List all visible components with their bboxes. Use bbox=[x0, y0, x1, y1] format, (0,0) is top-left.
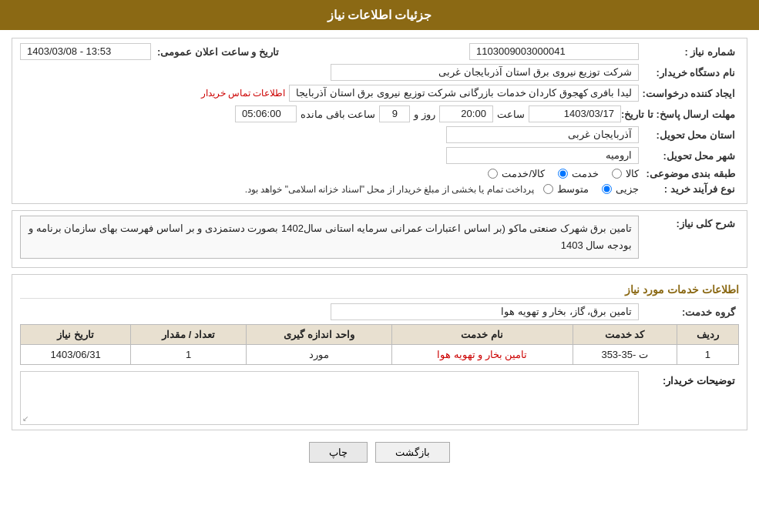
city-label: شهر محل تحویل: bbox=[639, 150, 739, 162]
category-kala-label: کالا bbox=[626, 168, 639, 179]
send-remaining-value: 05:06:00 bbox=[235, 105, 297, 122]
page-wrapper: جزئیات اطلاعات نیاز شماره نیاز : 1103009… bbox=[0, 0, 759, 532]
table-row: 1 ت -35-353 تامین بخار و تهویه هوا مورد … bbox=[21, 345, 739, 365]
items-table-body: 1 ت -35-353 تامین بخار و تهویه هوا مورد … bbox=[21, 345, 739, 365]
purchase-jozi-radio[interactable] bbox=[602, 184, 612, 194]
creator-value: لیدا بافری کهجوق کاردان خدمات بازرگانی ش… bbox=[289, 85, 639, 102]
col-header-date: تاریخ نیاز bbox=[21, 325, 131, 345]
service-group-label: گروه خدمت: bbox=[639, 306, 739, 318]
buttons-row: بازگشت چاپ bbox=[12, 442, 747, 463]
public-date-value: 1403/03/08 - 13:53 bbox=[20, 43, 151, 60]
cell-code: ت -35-353 bbox=[573, 345, 677, 365]
row-city: شهر محل تحویل: ارومیه bbox=[20, 147, 739, 164]
items-table: ردیف کد خدمت نام خدمت واحد اندازه گیری ت… bbox=[20, 324, 739, 365]
purchase-jozi-label: جزیی bbox=[616, 183, 639, 195]
public-date-label: تاریخ و ساعت اعلان عمومی: bbox=[157, 46, 283, 58]
row-category: طبقه بندی موضوعی: کالا خدمت کالا/خدمت bbox=[20, 168, 739, 179]
contact-link[interactable]: اطلاعات تماس خریدار bbox=[201, 88, 286, 99]
col-header-code: کد خدمت bbox=[573, 325, 677, 345]
row-description: شرح کلی نیاز: تامین برق شهرک صنعتی ماکو … bbox=[20, 216, 739, 259]
col-header-name: نام خدمت bbox=[391, 325, 573, 345]
description-section: شرح کلی نیاز: تامین برق شهرک صنعتی ماکو … bbox=[12, 210, 747, 268]
purchase-jozi: جزیی bbox=[600, 183, 639, 195]
page-title: جزئیات اطلاعات نیاز bbox=[327, 8, 432, 22]
row-buyer-org: نام دستگاه خریدار: شرکت توزیع نیروی برق … bbox=[20, 64, 739, 81]
province-label: استان محل تحویل: bbox=[639, 129, 739, 141]
need-number-value: 1103009003000041 bbox=[469, 43, 639, 60]
buyer-notes-label: توضیحات خریدار: bbox=[639, 371, 739, 386]
purchase-motavasset: متوسط bbox=[542, 183, 589, 195]
category-kala: کالا bbox=[610, 168, 639, 179]
send-time-value: 20:00 bbox=[439, 105, 493, 122]
category-kala-radio[interactable] bbox=[612, 169, 622, 179]
buyer-notes-section: توضیحات خریدار: ↙ bbox=[20, 371, 739, 425]
purchase-motavasset-label: متوسط bbox=[557, 183, 589, 195]
service-info-section: اطلاعات خدمات مورد نیاز گروه خدمت: تامین… bbox=[12, 274, 747, 430]
category-khedmat-radio[interactable] bbox=[558, 169, 568, 179]
send-remaining-label: ساعت باقی مانده bbox=[301, 109, 375, 120]
purchase-type-radio-group: جزیی متوسط bbox=[542, 183, 639, 195]
cell-quantity: 1 bbox=[131, 345, 247, 365]
row-creator: ایجاد کننده درخواست: لیدا بافری کهجوق کا… bbox=[20, 85, 739, 102]
category-khedmat: خدمت bbox=[556, 168, 599, 179]
province-value: آذربایجان غربی bbox=[446, 126, 639, 143]
category-label: طبقه بندی موضوعی: bbox=[639, 168, 739, 179]
main-content: شماره نیاز : 1103009003000041 تاریخ و سا… bbox=[0, 30, 759, 478]
send-days-value: 9 bbox=[379, 105, 410, 122]
purchase-motavasset-radio[interactable] bbox=[543, 184, 553, 194]
send-date-label: مهلت ارسال پاسخ: تا تاریخ: bbox=[621, 109, 739, 120]
payment-note: پرداخت تمام یا بخشی از مبلغ خریدار از مح… bbox=[245, 184, 534, 195]
page-header: جزئیات اطلاعات نیاز bbox=[0, 0, 759, 30]
category-khedmat-label: خدمت bbox=[572, 168, 599, 179]
info-section-top: شماره نیاز : 1103009003000041 تاریخ و سا… bbox=[12, 38, 747, 204]
send-date-value: 1403/03/17 bbox=[529, 105, 621, 122]
category-kala-khedmat: کالا/خدمت bbox=[486, 168, 545, 179]
cell-row: 1 bbox=[677, 345, 738, 365]
category-radio-group: کالا خدمت کالا/خدمت bbox=[486, 168, 639, 179]
need-number-label: شماره نیاز : bbox=[639, 46, 739, 58]
buyer-org-value: شرکت توزیع نیروی برق استان آذربایجان غرب… bbox=[331, 64, 639, 81]
description-value: تامین برق شهرک صنعتی ماکو (بر اساس اعتبا… bbox=[20, 216, 639, 259]
city-value: ارومیه bbox=[446, 147, 639, 164]
category-kala-khedmat-radio[interactable] bbox=[488, 169, 498, 179]
creator-label: ایجاد کننده درخواست: bbox=[639, 88, 739, 99]
items-table-header-row: ردیف کد خدمت نام خدمت واحد اندازه گیری ت… bbox=[21, 325, 739, 345]
cell-unit: مورد bbox=[247, 345, 392, 365]
col-header-quantity: تعداد / مقدار bbox=[131, 325, 247, 345]
purchase-type-label: نوع فرآیند خرید : bbox=[639, 183, 739, 195]
row-purchase-type: نوع فرآیند خرید : جزیی متوسط پرداخت تمام… bbox=[20, 183, 739, 195]
row-need-number: شماره نیاز : 1103009003000041 تاریخ و سا… bbox=[20, 43, 739, 60]
print-button[interactable]: چاپ bbox=[309, 442, 368, 463]
row-send-date: مهلت ارسال پاسخ: تا تاریخ: 1403/03/17 سا… bbox=[20, 105, 739, 122]
resize-indicator: ↙ bbox=[22, 414, 29, 423]
category-kala-khedmat-label: کالا/خدمت bbox=[502, 168, 545, 179]
row-province: استان محل تحویل: آذربایجان غربی bbox=[20, 126, 739, 143]
service-group-value: تامین برق، گاز، بخار و تهویه هوا bbox=[331, 303, 639, 320]
buyer-org-label: نام دستگاه خریدار: bbox=[639, 67, 739, 79]
col-header-unit: واحد اندازه گیری bbox=[247, 325, 392, 345]
items-table-header: ردیف کد خدمت نام خدمت واحد اندازه گیری ت… bbox=[21, 325, 739, 345]
cell-date: 1403/06/31 bbox=[21, 345, 131, 365]
send-days-label: روز و bbox=[414, 109, 435, 120]
service-info-title: اطلاعات خدمات مورد نیاز bbox=[20, 279, 739, 299]
back-button[interactable]: بازگشت bbox=[375, 442, 450, 463]
send-time-label: ساعت bbox=[497, 109, 525, 120]
row-service-group: گروه خدمت: تامین برق، گاز، بخار و تهویه … bbox=[20, 303, 739, 320]
description-label: شرح کلی نیاز: bbox=[639, 216, 739, 229]
cell-name: تامین بخار و تهویه هوا bbox=[391, 345, 573, 365]
col-header-row: ردیف bbox=[677, 325, 738, 345]
buyer-notes-content: ↙ bbox=[20, 371, 639, 425]
